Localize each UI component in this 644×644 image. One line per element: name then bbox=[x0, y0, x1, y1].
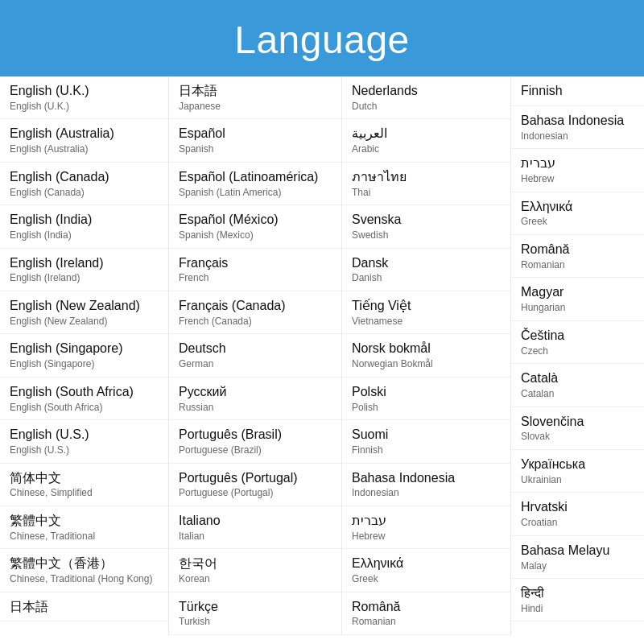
lang-native-name: Slovenčina bbox=[521, 414, 634, 431]
list-item[interactable]: 简体中文Chinese, Simplified bbox=[0, 464, 168, 506]
lang-native-name: Čeština bbox=[521, 328, 634, 345]
lang-english-name: Dutch bbox=[352, 101, 501, 114]
lang-english-name: Croatian bbox=[521, 517, 634, 530]
lang-native-name: English (New Zealand) bbox=[10, 298, 159, 315]
list-item[interactable]: Español (Latinoamérica)Spanish (Latin Am… bbox=[169, 163, 341, 205]
list-item[interactable]: 한국어Korean bbox=[169, 549, 341, 592]
lang-english-name: English (New Zealand) bbox=[10, 316, 159, 328]
list-item[interactable]: SuomiFinnish bbox=[342, 420, 510, 463]
lang-native-name: English (Canada) bbox=[10, 169, 159, 186]
lang-english-name: Italian bbox=[179, 530, 332, 543]
lang-english-name: Russian bbox=[179, 402, 332, 415]
list-item[interactable]: 繁體中文（香港）Chinese, Traditional (Hong Kong) bbox=[0, 549, 168, 592]
lang-native-name: Español bbox=[179, 126, 332, 142]
list-item[interactable]: ItalianoItalian bbox=[169, 506, 341, 549]
list-item[interactable]: Português (Brasil)Portuguese (Brazil) bbox=[169, 420, 341, 463]
lang-english-name: Hebrew bbox=[521, 173, 634, 186]
list-item[interactable]: English (Singapore)English (Singapore) bbox=[0, 334, 168, 377]
lang-english-name: Korean bbox=[179, 573, 332, 586]
lang-native-name: Svenska bbox=[352, 212, 501, 229]
lang-native-name: English (India) bbox=[10, 212, 159, 229]
list-item[interactable]: SvenskaSwedish bbox=[342, 205, 510, 248]
list-item[interactable]: 日本語 bbox=[0, 592, 168, 622]
list-item[interactable]: PolskiPolish bbox=[342, 378, 510, 420]
lang-native-name: Português (Brasil) bbox=[179, 427, 332, 444]
list-item[interactable]: ภาษาไทยThai bbox=[342, 163, 510, 205]
lang-native-name: Français bbox=[179, 255, 332, 272]
lang-english-name: Chinese, Simplified bbox=[10, 487, 159, 500]
list-item[interactable]: ΕλληνικάGreek bbox=[511, 192, 644, 235]
list-item[interactable]: עבריתHebrew bbox=[511, 149, 644, 192]
lang-native-name: עברית bbox=[521, 155, 634, 172]
lang-native-name: Deutsch bbox=[179, 341, 332, 357]
lang-native-name: 한국어 bbox=[179, 555, 332, 572]
lang-english-name: Czech bbox=[521, 345, 634, 358]
column-2: NederlandsDutchالعربيةArabicภาษาไทยThaiS… bbox=[342, 76, 511, 635]
lang-english-name: Indonesian bbox=[521, 130, 634, 143]
list-item[interactable]: FrançaisFrench bbox=[169, 249, 341, 291]
list-item[interactable]: CatalàCatalan bbox=[511, 364, 644, 407]
lang-native-name: Bahasa Indonesia bbox=[521, 113, 634, 130]
list-item[interactable]: DanskDanish bbox=[342, 249, 510, 291]
lang-english-name: Spanish bbox=[179, 143, 332, 156]
lang-native-name: Magyar bbox=[521, 284, 634, 301]
list-item[interactable]: РусскийRussian bbox=[169, 378, 341, 420]
lang-native-name: Tiếng Việt bbox=[352, 298, 501, 315]
list-item[interactable]: English (Australia)English (Australia) bbox=[0, 119, 168, 162]
lang-native-name: Català bbox=[521, 370, 634, 387]
lang-native-name: Norsk bokmål bbox=[352, 341, 501, 357]
list-item[interactable]: EspañolSpanish bbox=[169, 119, 341, 162]
list-item[interactable]: العربيةArabic bbox=[342, 119, 510, 162]
header: Language bbox=[0, 0, 644, 76]
list-item[interactable]: English (New Zealand)English (New Zealan… bbox=[0, 291, 168, 334]
lang-english-name: Indonesian bbox=[352, 487, 501, 500]
list-item[interactable]: DeutschGerman bbox=[169, 334, 341, 377]
list-item[interactable]: English (U.S.)English (U.S.) bbox=[0, 420, 168, 463]
lang-english-name: Thai bbox=[352, 187, 501, 200]
list-item[interactable]: ČeštinaCzech bbox=[511, 321, 644, 364]
lang-native-name: Español (Latinoamérica) bbox=[179, 169, 332, 186]
page-title: Language bbox=[0, 18, 644, 62]
list-item[interactable]: SlovenčinaSlovak bbox=[511, 407, 644, 450]
list-item[interactable]: Bahasa MelayuMalay bbox=[511, 536, 644, 579]
lang-english-name: Ukrainian bbox=[521, 474, 634, 487]
list-item[interactable]: English (Ireland)English (Ireland) bbox=[0, 249, 168, 291]
list-item[interactable]: HrvatskiCroatian bbox=[511, 493, 644, 535]
list-item[interactable]: NederlandsDutch bbox=[342, 76, 510, 119]
lang-native-name: 繁體中文（香港） bbox=[10, 555, 159, 572]
list-item[interactable]: हिन्दीHindi bbox=[511, 579, 644, 621]
language-grid: English (U.K.)English (U.K.)English (Aus… bbox=[0, 76, 644, 635]
lang-native-name: Nederlands bbox=[352, 83, 501, 100]
list-item[interactable]: Tiếng ViệtVietnamese bbox=[342, 291, 510, 334]
list-item[interactable]: Finnish bbox=[511, 76, 644, 106]
list-item[interactable]: Bahasa IndonesiaIndonesian bbox=[511, 106, 644, 149]
list-item[interactable]: ΕλληνικάGreek bbox=[342, 549, 510, 592]
list-item[interactable]: Français (Canada)French (Canada) bbox=[169, 291, 341, 334]
list-item[interactable]: Norsk bokmålNorwegian Bokmål bbox=[342, 334, 510, 377]
list-item[interactable]: TürkçeTurkish bbox=[169, 592, 341, 635]
list-item[interactable]: RomânăRomanian bbox=[342, 592, 510, 635]
list-item[interactable]: 日本語Japanese bbox=[169, 76, 341, 119]
list-item[interactable]: RomânăRomanian bbox=[511, 235, 644, 278]
list-item[interactable]: Português (Portugal)Portuguese (Portugal… bbox=[169, 464, 341, 506]
list-item[interactable]: English (U.K.)English (U.K.) bbox=[0, 76, 168, 119]
list-item[interactable]: English (South Africa)English (South Afr… bbox=[0, 378, 168, 420]
lang-native-name: 繁體中文 bbox=[10, 513, 159, 530]
lang-english-name: Spanish (Mexico) bbox=[179, 229, 332, 242]
lang-english-name: Finnish bbox=[352, 444, 501, 457]
lang-native-name: English (Australia) bbox=[10, 126, 159, 142]
list-item[interactable]: English (India)English (India) bbox=[0, 205, 168, 248]
lang-english-name: Swedish bbox=[352, 229, 501, 242]
list-item[interactable]: MagyarHungarian bbox=[511, 278, 644, 320]
list-item[interactable]: Español (México)Spanish (Mexico) bbox=[169, 205, 341, 248]
list-item[interactable]: English (Canada)English (Canada) bbox=[0, 163, 168, 205]
lang-english-name: Norwegian Bokmål bbox=[352, 358, 501, 371]
column-1: 日本語JapaneseEspañolSpanishEspañol (Latino… bbox=[169, 76, 342, 635]
list-item[interactable]: Bahasa IndonesiaIndonesian bbox=[342, 464, 510, 506]
lang-native-name: 日本語 bbox=[10, 599, 159, 616]
list-item[interactable]: עבריתHebrew bbox=[342, 506, 510, 549]
list-item[interactable]: 繁體中文Chinese, Traditional bbox=[0, 506, 168, 549]
column-3: FinnishBahasa IndonesiaIndonesianעבריתHe… bbox=[511, 76, 644, 635]
list-item[interactable]: УкраїнськаUkrainian bbox=[511, 450, 644, 493]
lang-native-name: Română bbox=[521, 242, 634, 258]
